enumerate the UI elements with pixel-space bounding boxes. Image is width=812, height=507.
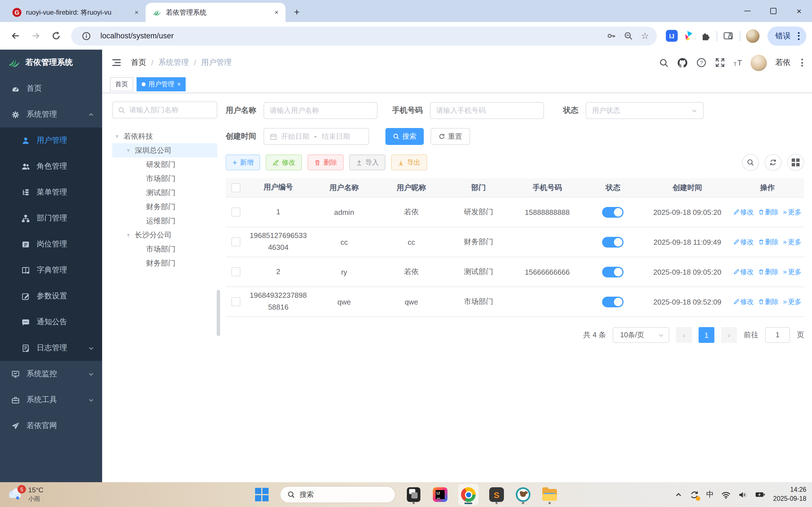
- sidebar-item-monitor[interactable]: 系统监控: [0, 361, 102, 387]
- tray-expand-icon[interactable]: [674, 491, 682, 498]
- header-search-icon[interactable]: [659, 58, 669, 67]
- taskbar-app-intellij[interactable]: IJ: [432, 484, 449, 505]
- fullscreen-icon[interactable]: [715, 58, 725, 68]
- row-checkbox[interactable]: [231, 267, 240, 276]
- error-status-button[interactable]: 错误: [767, 26, 806, 45]
- status-toggle[interactable]: [602, 296, 624, 307]
- forward-button[interactable]: [26, 26, 45, 45]
- status-toggle[interactable]: [602, 267, 624, 277]
- bookmark-star-icon[interactable]: ☆: [637, 27, 653, 44]
- edit-button[interactable]: 修改: [266, 155, 302, 170]
- sidebar-item-logs[interactable]: 日志管理: [0, 335, 102, 361]
- select-all-checkbox[interactable]: [231, 183, 240, 192]
- row-delete-link[interactable]: 删除: [758, 267, 778, 277]
- reset-button[interactable]: 重置: [431, 128, 470, 145]
- status-toggle[interactable]: [602, 207, 624, 217]
- puzzle-extensions-icon[interactable]: [700, 31, 711, 41]
- tree-scrollbar[interactable]: [217, 290, 220, 336]
- row-checkbox[interactable]: [231, 208, 240, 217]
- status-toggle[interactable]: [602, 237, 624, 247]
- browser-menu-icon[interactable]: [796, 30, 802, 42]
- site-info-icon[interactable]: [78, 27, 95, 44]
- tree-node-finance2[interactable]: 财务部门: [112, 256, 217, 270]
- tree-node-finance[interactable]: 财务部门: [112, 200, 217, 214]
- breadcrumb-system[interactable]: 系统管理: [159, 58, 189, 68]
- taskbar-app-chrome[interactable]: [458, 484, 479, 505]
- sidebar-item-depts[interactable]: 部门管理: [0, 205, 102, 231]
- username-label[interactable]: 若依: [775, 58, 791, 68]
- browser-tab-gitee[interactable]: G ruoyi-vue-firebird: 将ruoyi-vu ×: [6, 3, 146, 22]
- row-more-link[interactable]: »更多: [783, 267, 801, 277]
- new-tab-button[interactable]: +: [289, 4, 305, 20]
- breadcrumb-home[interactable]: 首页: [131, 58, 146, 68]
- user-avatar[interactable]: [751, 54, 767, 71]
- search-button[interactable]: 搜索: [385, 128, 424, 145]
- taskbar-app-s[interactable]: S: [488, 484, 505, 505]
- tree-node-marketing[interactable]: 市场部门: [112, 171, 217, 185]
- sidebar-item-params[interactable]: 参数设置: [0, 283, 102, 309]
- ime-indicator[interactable]: 中: [706, 490, 714, 500]
- device-search-icon[interactable]: [723, 30, 734, 42]
- reload-button[interactable]: [46, 26, 65, 45]
- zoom-out-icon[interactable]: [619, 27, 637, 44]
- back-button[interactable]: [6, 26, 25, 45]
- sync-update-icon[interactable]: [689, 490, 699, 499]
- tree-node-rd[interactable]: 研发部门: [112, 157, 217, 171]
- tree-node-marketing2[interactable]: 市场部门: [112, 242, 217, 256]
- weather-widget[interactable]: 5 15°C 小雨: [7, 482, 44, 507]
- refresh-table-button[interactable]: [765, 154, 781, 171]
- phone-filter-input[interactable]: 请输入手机号码: [430, 102, 544, 119]
- caret-down-icon[interactable]: ▾: [127, 147, 135, 153]
- start-button[interactable]: [253, 484, 270, 505]
- row-more-link[interactable]: »更多: [783, 207, 801, 217]
- tree-node-testing[interactable]: 测试部门: [112, 185, 217, 200]
- page-size-select[interactable]: 10条/页: [613, 327, 669, 343]
- password-key-icon[interactable]: [603, 27, 619, 44]
- add-button[interactable]: +新增: [226, 155, 260, 170]
- sidebar-item-notices[interactable]: 通知公告: [0, 309, 102, 335]
- j-extension-icon[interactable]: IJ: [666, 30, 678, 42]
- minimize-button[interactable]: [734, 0, 760, 22]
- tree-node-changsha[interactable]: ▾长沙分公司: [112, 228, 217, 242]
- browser-profile-avatar[interactable]: [746, 29, 760, 43]
- jump-page-input[interactable]: 1: [765, 327, 790, 343]
- row-delete-link[interactable]: 删除: [758, 297, 778, 306]
- tag-home[interactable]: 首页: [110, 77, 133, 91]
- battery-icon[interactable]: [755, 491, 766, 499]
- import-button[interactable]: 导入: [349, 155, 385, 170]
- browser-tab-ruoyi[interactable]: 若依管理系统 ×: [146, 3, 285, 22]
- close-icon[interactable]: ×: [272, 8, 281, 17]
- close-window-button[interactable]: ×: [786, 0, 812, 22]
- row-checkbox[interactable]: [231, 237, 240, 246]
- prev-page-button[interactable]: ‹: [676, 327, 692, 343]
- status-filter-select[interactable]: 用户状态: [586, 102, 704, 119]
- tag-user-management[interactable]: 用户管理 ×: [137, 77, 186, 91]
- sidebar-item-home[interactable]: 首页: [0, 75, 102, 102]
- github-icon[interactable]: [677, 57, 688, 68]
- dept-search-input[interactable]: 请输入部门名称: [112, 102, 217, 118]
- navbar-more-icon[interactable]: [799, 56, 805, 69]
- sidebar-toggle-icon[interactable]: [110, 57, 123, 68]
- font-size-icon[interactable]: TT: [734, 58, 742, 67]
- taskbar-app-dbeaver[interactable]: [515, 484, 532, 505]
- row-delete-link[interactable]: 删除: [758, 207, 778, 217]
- help-icon[interactable]: ?: [696, 58, 706, 68]
- tree-node-shenzhen[interactable]: ▾深圳总公司: [112, 143, 217, 157]
- sidebar-item-roles[interactable]: 角色管理: [0, 153, 102, 179]
- export-button[interactable]: 导出: [391, 155, 427, 170]
- app-logo[interactable]: 若依管理系统: [0, 50, 102, 75]
- row-more-link[interactable]: »更多: [783, 237, 801, 247]
- hide-search-button[interactable]: [742, 154, 759, 171]
- row-edit-link[interactable]: 修改: [733, 207, 754, 217]
- row-delete-link[interactable]: 删除: [758, 237, 778, 247]
- caret-down-icon[interactable]: ▾: [116, 133, 123, 139]
- row-edit-link[interactable]: 修改: [733, 267, 754, 277]
- taskbar-file-explorer[interactable]: [541, 484, 558, 505]
- next-page-button[interactable]: ›: [721, 327, 737, 343]
- caret-down-icon[interactable]: ▾: [127, 232, 135, 238]
- close-icon[interactable]: ×: [177, 81, 181, 88]
- delete-button[interactable]: 删除: [308, 155, 344, 170]
- sidebar-item-users[interactable]: 用户管理: [0, 127, 102, 153]
- row-checkbox[interactable]: [231, 297, 240, 306]
- sidebar-item-tools[interactable]: 系统工具: [0, 387, 102, 413]
